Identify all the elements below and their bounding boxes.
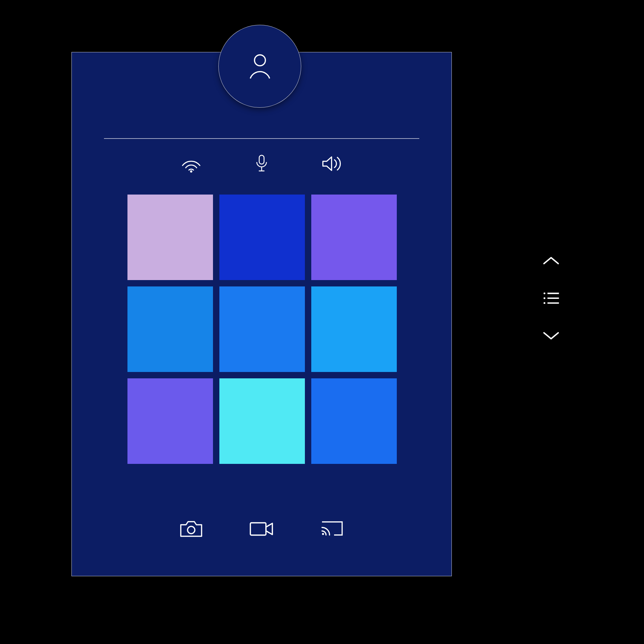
tile[interactable] (219, 286, 305, 372)
svg-point-6 (322, 533, 324, 535)
svg-rect-5 (250, 523, 266, 535)
list-button[interactable] (540, 290, 562, 307)
svg-point-12 (544, 302, 545, 304)
tile[interactable] (219, 378, 305, 464)
tile[interactable] (311, 286, 397, 372)
avatar-button[interactable] (218, 25, 301, 108)
speaker-button[interactable] (317, 151, 347, 178)
top-toolbar (72, 151, 451, 178)
cast-icon (319, 519, 345, 540)
chevron-up-icon (542, 255, 560, 267)
video-button[interactable] (247, 516, 277, 543)
svg-point-7 (254, 55, 265, 65)
tile[interactable] (127, 195, 213, 280)
scroll-down-button[interactable] (540, 328, 562, 345)
tile[interactable] (127, 378, 213, 464)
wifi-icon (180, 154, 203, 175)
camera-icon (178, 519, 204, 541)
svg-rect-1 (259, 155, 264, 164)
microphone-button[interactable] (247, 151, 277, 178)
tile-grid (127, 195, 397, 464)
tile[interactable] (219, 195, 305, 280)
cast-button[interactable] (317, 516, 347, 543)
bottom-toolbar (72, 516, 451, 543)
user-icon (245, 51, 275, 82)
tile[interactable] (311, 378, 397, 464)
main-panel (71, 52, 452, 576)
svg-point-0 (190, 170, 193, 173)
camera-button[interactable] (176, 516, 206, 543)
tile[interactable] (311, 195, 397, 280)
wifi-button[interactable] (176, 151, 206, 178)
chevron-down-icon (542, 330, 560, 342)
scroll-up-button[interactable] (540, 253, 562, 270)
svg-point-10 (544, 297, 545, 299)
header-divider (104, 138, 419, 139)
tile[interactable] (127, 286, 213, 372)
svg-point-8 (544, 292, 545, 294)
svg-point-4 (187, 526, 195, 534)
list-icon (542, 291, 560, 307)
side-nav (540, 253, 562, 345)
speaker-icon (320, 154, 344, 175)
microphone-icon (252, 152, 272, 176)
video-icon (248, 520, 275, 540)
